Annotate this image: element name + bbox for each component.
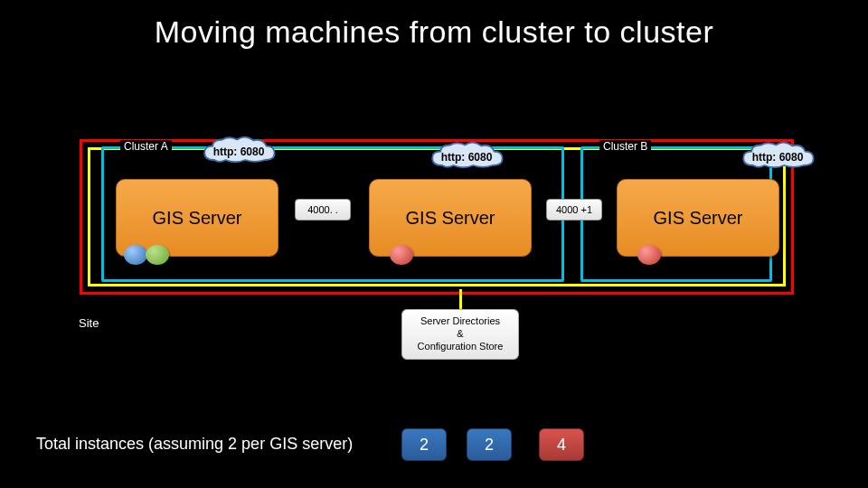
instance-count-2: 2 [467, 428, 512, 461]
cluster-b-label: Cluster B [599, 140, 651, 153]
server-directories-box: Server Directories&Configuration Store [401, 309, 519, 360]
cloud-endpoint-3: http: 6080 [734, 141, 821, 174]
gis-server-2-label: GIS Server [406, 208, 495, 229]
instance-count-1: 2 [401, 428, 447, 461]
gis-server-1-label: GIS Server [153, 208, 242, 229]
gis-server-2: GIS Server [369, 179, 532, 257]
cloud-endpoint-2: http: 6080 [423, 141, 510, 174]
cloud-text-1: http: 6080 [213, 145, 265, 158]
port-range-1: 4000. . [295, 199, 351, 221]
server-directories-text: Server Directories&Configuration Store [418, 315, 504, 352]
instance-dot-blue-icon [124, 245, 147, 265]
gis-server-1: GIS Server [116, 179, 278, 257]
cloud-text-2: http: 6080 [441, 151, 493, 164]
slide-title: Moving machines from cluster to cluster [0, 14, 868, 50]
cloud-endpoint-1: http: 6080 [195, 136, 282, 168]
total-instances-label: Total instances (assuming 2 per GIS serv… [36, 435, 353, 454]
instance-dot-green-icon [146, 245, 169, 265]
cluster-a-label: Cluster A [120, 140, 172, 153]
cloud-text-3: http: 6080 [752, 151, 804, 164]
gis-server-3: GIS Server [617, 179, 779, 257]
instance-dot-red-icon [637, 245, 661, 265]
port-range-2: 4000 +1 [546, 199, 602, 221]
site-label: Site [77, 316, 100, 330]
instance-dot-red-icon [390, 245, 413, 265]
instance-count-3: 4 [539, 428, 584, 461]
connector-line [459, 289, 462, 309]
gis-server-3-label: GIS Server [654, 208, 743, 229]
